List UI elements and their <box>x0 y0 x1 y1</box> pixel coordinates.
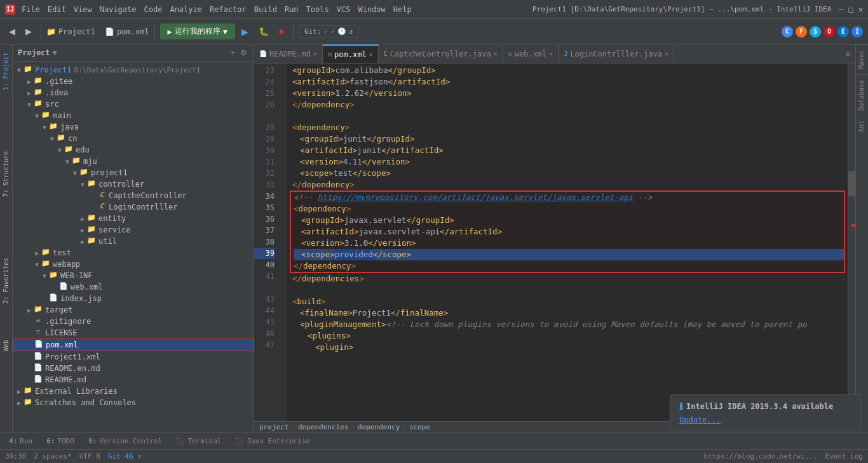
scroll-minimap[interactable] <box>848 64 855 421</box>
tab-close-captche[interactable]: ✕ <box>494 50 498 57</box>
tree-item-target[interactable]: ▶ 📁 target <box>13 304 254 316</box>
menu-build[interactable]: Build <box>254 5 277 14</box>
breadcrumb-dependencies[interactable]: dependencies <box>298 423 348 431</box>
tab-pomxml[interactable]: m pom.xml ✕ <box>323 44 379 64</box>
tree-item-util[interactable]: ▶ 📁 util <box>13 236 254 247</box>
tree-item-test[interactable]: ▶ 📁 test <box>13 247 254 258</box>
breadcrumb-project[interactable]: project <box>259 423 288 431</box>
tab-webxml[interactable]: w web.xml ✕ <box>503 44 559 64</box>
menu-code[interactable]: Code <box>144 5 163 14</box>
database-tab-icon[interactable]: Database <box>856 74 868 116</box>
tree-item-login[interactable]: ▶ C LoginContrlller <box>13 201 254 213</box>
tab-close-webxml[interactable]: ✕ <box>549 50 553 57</box>
run-button[interactable]: ▶ <box>238 24 252 39</box>
bottom-tab-terminal[interactable]: ⬛ Terminal <box>170 436 227 446</box>
tree-item-ext-libs[interactable]: ▶ 📁 External Libraries <box>13 386 254 397</box>
menu-vcs[interactable]: VCS <box>337 5 351 14</box>
safari-icon[interactable]: S <box>810 26 821 37</box>
maximize-icon[interactable]: □ <box>849 5 853 14</box>
tree-item-readme[interactable]: ▶ 📄 README.md <box>13 374 254 386</box>
tree-item-entity[interactable]: ▶ 📁 entity <box>13 213 254 224</box>
edge-icon[interactable]: E <box>837 26 849 37</box>
menu-refactor[interactable]: Refactor <box>210 5 247 14</box>
sidebar-tab-project[interactable]: 1: Project <box>1 47 11 95</box>
status-vcs[interactable]: Git 46 ↑ <box>108 452 142 460</box>
left-sidebar-tabs[interactable]: 1: Project 7: Structure 2: Favorites Web <box>0 44 13 433</box>
bottom-tab-vcs[interactable]: 9: Version Control <box>82 436 169 446</box>
tree-item-project1xml[interactable]: ▶ 📄 Project1.xml <box>13 351 254 363</box>
breadcrumb-scope[interactable]: scope <box>409 423 430 431</box>
tree-item-pomxml[interactable]: ▶ 📄 pom.xml <box>13 339 254 351</box>
tree-item-java[interactable]: ▼ 📁 java <box>13 121 254 133</box>
tree-item-readme-en[interactable]: ▶ 📄 README.en.md <box>13 363 254 374</box>
tree-item-license[interactable]: ▶ ≡ LICENSE <box>13 327 254 339</box>
tree-root[interactable]: ▼ 📁 Project1 D:\Data\GetRepository\Proje… <box>13 64 254 76</box>
maven-link[interactable]: https://mvnrepository.com/artifact/javax… <box>318 192 634 203</box>
tab-bar[interactable]: 📄 README.md ✕ m pom.xml ✕ C CaptcheContr… <box>254 44 855 64</box>
menu-analyze[interactable]: Analyze <box>170 5 202 14</box>
tree-item-edu[interactable]: ▼ 📁 edu <box>13 144 254 156</box>
window-controls[interactable]: — □ ✕ <box>839 5 863 14</box>
tab-login[interactable]: J LoginContrlller.java ✕ <box>559 44 674 64</box>
bottom-tab-java-enterprise[interactable]: ⬛ Java Enterprise <box>229 436 316 446</box>
opera-icon[interactable]: O <box>824 26 835 37</box>
run-dropdown-icon[interactable]: ▼ <box>223 27 227 36</box>
tab-close-login[interactable]: ✕ <box>665 50 668 57</box>
tab-readme[interactable]: 📄 README.md ✕ <box>254 44 323 64</box>
menu-bar[interactable]: File Edit View Navigate Code Analyze Ref… <box>22 5 412 14</box>
tree-item-service[interactable]: ▶ 📁 service <box>13 224 254 236</box>
chevron-down-icon[interactable]: ▼ <box>53 48 57 57</box>
sidebar-tab-favorites[interactable]: 2: Favorites <box>1 253 11 309</box>
tree-item-captche[interactable]: ▶ C CaptcheController <box>13 190 254 201</box>
tree-item-cn[interactable]: ▼ 📁 cn <box>13 133 254 144</box>
close-icon[interactable]: ✕ <box>858 5 863 14</box>
forward-button[interactable]: ▶ <box>22 24 36 39</box>
ant-tab-icon[interactable]: Ant <box>856 116 868 137</box>
tab-settings-icon[interactable]: ⚙ <box>841 50 855 58</box>
tab-close-pom[interactable]: ✕ <box>369 51 373 58</box>
status-event-log[interactable]: Event Log <box>825 452 863 460</box>
tree-item-project1[interactable]: ▼ 📁 project1 <box>13 167 254 178</box>
bottom-tab-run[interactable]: 4: Run <box>3 436 39 446</box>
status-encoding[interactable]: UTF-8 <box>79 452 100 460</box>
tree-item-webxml[interactable]: ▶ 📄 web.xml <box>13 281 254 293</box>
notification-link[interactable]: Update... <box>679 415 721 424</box>
tree-item-src[interactable]: ▼ 📁 src <box>13 98 254 110</box>
project-tree[interactable]: ▼ 📁 Project1 D:\Data\GetRepository\Proje… <box>13 62 254 433</box>
menu-tools[interactable]: Tools <box>306 5 329 14</box>
sidebar-tab-structure[interactable]: 7: Structure <box>1 146 11 202</box>
chrome-icon[interactable]: C <box>782 26 793 37</box>
menu-view[interactable]: View <box>74 5 92 14</box>
menu-navigate[interactable]: Navigate <box>100 5 137 14</box>
status-crlf[interactable]: 2 spaces* <box>34 452 72 460</box>
tab-captche[interactable]: C CaptcheController.java ✕ <box>379 44 503 64</box>
panel-action-settings[interactable]: ⚙ <box>239 47 248 58</box>
firefox-icon[interactable]: F <box>796 26 807 37</box>
tree-item-gitee[interactable]: ▶ 📁 .gitee <box>13 76 254 87</box>
maven-tab-icon[interactable]: Maven <box>856 44 868 74</box>
scroll-thumb[interactable] <box>848 171 855 196</box>
menu-help[interactable]: Help <box>393 5 412 14</box>
tree-item-gitignore[interactable]: ▶ ≡ .gitignore <box>13 316 254 327</box>
tree-item-mju[interactable]: ▼ 📁 mju <box>13 156 254 167</box>
tree-item-controller[interactable]: ▼ 📁 controller <box>13 178 254 190</box>
tree-item-webapp[interactable]: ▼ 📁 webapp <box>13 258 254 270</box>
ie-icon[interactable]: I <box>851 26 863 37</box>
debug-button[interactable]: 🐛 <box>255 24 273 39</box>
status-line-col[interactable]: 39:30 <box>5 452 26 460</box>
back-button[interactable]: ◀ <box>5 24 19 39</box>
code-lines[interactable]: <groupId>com.alibaba</groupId> <artifact… <box>287 64 848 421</box>
tree-item-idea[interactable]: ▶ 📁 .idea <box>13 87 254 98</box>
tree-item-jsp[interactable]: ▶ 📄 index.jsp <box>13 293 254 304</box>
tree-item-webinf[interactable]: ▼ 📁 WEB-INF <box>13 270 254 281</box>
bottom-tab-todo[interactable]: 6: TODO <box>40 436 81 446</box>
tree-item-main[interactable]: ▼ 📁 main <box>13 110 254 121</box>
run-config[interactable]: ▶ 运行我的程序 ▼ <box>160 23 235 39</box>
notification-action[interactable]: Update... <box>679 415 851 424</box>
panel-action-add[interactable]: + <box>229 47 236 58</box>
menu-file[interactable]: File <box>22 5 40 14</box>
menu-window[interactable]: Window <box>358 5 385 14</box>
menu-run[interactable]: Run <box>285 5 299 14</box>
breadcrumb-dependency[interactable]: dependency <box>358 423 400 431</box>
right-panel-tabs[interactable]: Maven Database Ant <box>855 44 868 433</box>
